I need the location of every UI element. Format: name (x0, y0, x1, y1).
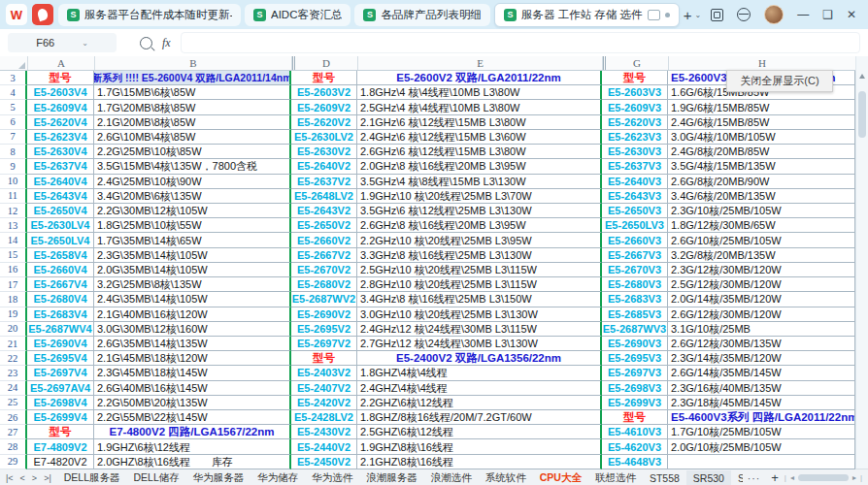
cell-G10[interactable]: E5-2640V3 (602, 175, 668, 189)
cell-D7[interactable]: E5-2630LV2 (291, 130, 357, 145)
maximize-button[interactable]: ❑ (822, 9, 833, 20)
cell-H24[interactable]: 2.3G/16核/40MB/135W (668, 381, 855, 396)
column-header-D[interactable]: D (292, 56, 358, 70)
sheet-tab-5[interactable]: 浪潮服务器 (359, 470, 424, 485)
cell-B18[interactable]: 2.4G\35MB\14核\105W (94, 292, 291, 307)
cell-H13[interactable]: 1.8G/12核/30MB/65W (668, 218, 855, 233)
cell-H15[interactable]: 3.2G/8核/20MB/135W (668, 248, 855, 263)
cell-B20[interactable]: 3.0G\30MB\12核\160W (94, 322, 291, 337)
cell-A20[interactable]: E5-2687WV4 (27, 322, 94, 337)
prev-sheet-button[interactable]: < (20, 473, 25, 483)
row-number[interactable]: 6 (0, 115, 27, 130)
cell-E28[interactable]: 1.9GHZ\8核\16线程 (357, 439, 602, 454)
cell-B16[interactable]: 2.0G\35MB\14核\105W (94, 263, 291, 277)
cell-A4[interactable]: E5-2603V4 (27, 85, 94, 100)
sheet-tab-2[interactable]: 华为服务器 (186, 470, 251, 485)
cell-E15[interactable]: 3.3GHz\8 核\16线程\25MB L3\130W (357, 248, 602, 263)
cell-E29[interactable]: 2.1GHZ\8核\16线程 (357, 455, 602, 469)
cell-G26[interactable]: 型号 (602, 410, 668, 425)
cell-D11[interactable]: E5-2648LV2 (291, 189, 357, 204)
vertical-scrollbar-thumb[interactable] (858, 91, 866, 138)
cell-G8[interactable]: E5-2630V3 (602, 145, 668, 159)
last-sheet-button[interactable]: >| (44, 473, 51, 483)
new-document-button[interactable]: + ⌄ (684, 8, 701, 22)
cell-A7[interactable]: E5-2623V4 (27, 130, 94, 145)
sheet-tab-10[interactable]: ST558 (643, 470, 686, 485)
cell-A15[interactable]: E5-2658V4 (27, 248, 94, 263)
cell-B17[interactable]: 3.2G\25MB\8核\135W (94, 277, 291, 292)
document-tab-2[interactable]: S各品牌产品列表明细 (354, 4, 490, 26)
name-box[interactable]: F66 ⌄ (8, 33, 117, 52)
cell-G29[interactable]: E5-4648V3 (602, 455, 668, 469)
cell-G6[interactable]: E5-2620V3 (602, 115, 668, 130)
row-number[interactable]: 8 (0, 145, 27, 159)
scroll-up-icon[interactable] (859, 74, 865, 79)
cell-G15[interactable]: E5-2667V3 (602, 248, 668, 263)
cell-G27[interactable]: E5-4610V3 (602, 425, 668, 439)
cell-B11[interactable]: 3.4G\20MB\6核\135W (94, 189, 291, 204)
row-number[interactable]: 3 (0, 71, 27, 85)
cell-D16[interactable]: E5-2670V2 (291, 263, 357, 277)
scroll-right-icon[interactable]: ▸ (852, 473, 856, 482)
column-header-E[interactable]: E (358, 56, 603, 70)
cell-D8[interactable]: E5-2630V2 (291, 145, 357, 159)
cell-G19[interactable]: E5-2685V3 (602, 307, 668, 322)
cell-B5[interactable]: 1.7G\20MB\8核\85W (94, 100, 291, 114)
cell-G14[interactable]: E5-2660V3 (602, 233, 668, 247)
cell-B10[interactable]: 2.4G\25MB\10核\90W (94, 175, 291, 189)
cell-H23[interactable]: 2.6G/14核/35MB/145W (668, 366, 855, 380)
cell-E26[interactable]: 1.8GHZ/8核16线程/20M/7.2GT/60W (357, 410, 602, 425)
cell-E22[interactable]: E5-2400V2 双路/LGA1356/22nm (357, 351, 602, 366)
cell-D26[interactable]: E5-2428LV2 (291, 410, 357, 425)
cell-D4[interactable]: E5-2603V2 (291, 85, 357, 100)
cell-D20[interactable]: E5-2695V2 (291, 322, 357, 337)
cell-A21[interactable]: E5-2690V4 (27, 337, 94, 351)
cell-G3[interactable]: 型号 (602, 71, 668, 85)
cell-B19[interactable]: 2.1G\40MB\16核\120W (94, 307, 291, 322)
cell-E24[interactable]: 2.4GHZ\4核\4线程 (357, 381, 602, 396)
cell-G24[interactable]: E5-2698V3 (602, 381, 668, 396)
cell-E20[interactable]: 2.4GHz\12 核\24线程\30MB L3\115W (357, 322, 602, 337)
row-number[interactable]: 22 (0, 351, 27, 366)
more-sheets-button[interactable]: ··· (743, 472, 766, 484)
sheet-tab-1[interactable]: DELL储存 (126, 470, 185, 485)
sheet-tab-4[interactable]: 华为选件 (305, 470, 359, 485)
cell-A9[interactable]: E5-2637V4 (27, 159, 94, 174)
sheet-tab-3[interactable]: 华为储存 (250, 470, 305, 485)
cell-E14[interactable]: 2.2GHz\10 核\20线程\25MB L3\95W (357, 233, 602, 247)
search-icon[interactable] (140, 37, 152, 49)
fx-icon[interactable]: fx (162, 36, 171, 50)
row-number[interactable]: 20 (0, 322, 27, 337)
cell-E13[interactable]: 2.6GHz\8 核\16线程\20MB L3\95W (357, 218, 602, 233)
cell-G13[interactable]: E5-2650LV3 (602, 218, 668, 233)
cell-H12[interactable]: 2.3G/10核/25MB/105W (668, 204, 855, 218)
cell-A10[interactable]: E5-2640V4 (27, 175, 94, 189)
cell-A3[interactable]: 型号 (27, 71, 94, 85)
sheet-tab-8[interactable]: CPU大全 (533, 470, 588, 485)
row-number[interactable]: 10 (0, 175, 27, 189)
cell-G25[interactable]: E5-2699V3 (602, 396, 668, 410)
cell-H22[interactable]: 2.3G/14核/35MB/120W (668, 351, 855, 366)
cell-H16[interactable]: 2.3G/12核/30MB/120W (668, 263, 855, 277)
cell-G16[interactable]: E5-2670V3 (602, 263, 668, 277)
cell-G7[interactable]: E5-2623V3 (602, 130, 668, 145)
cell-B29[interactable]: 2.0GHZ\8核\16线程 库存 (94, 455, 291, 469)
row-number[interactable]: 25 (0, 396, 27, 410)
cell-D6[interactable]: E5-2620V2 (291, 115, 357, 130)
row-number[interactable]: 5 (0, 100, 27, 114)
cell-E16[interactable]: 2.5GHz\10 核\20线程\25MB L3\115W (357, 263, 602, 277)
formula-input[interactable] (181, 32, 860, 53)
cell-H18[interactable]: 2.0G/14核/35MB/120W (668, 292, 855, 307)
cell-H10[interactable]: 2.6G/8核/20MB/90W (668, 175, 855, 189)
cell-E21[interactable]: 2.7GHz\12 核\24线程\30MB L3\130W (357, 337, 602, 351)
cell-H14[interactable]: 2.6G/10核/25MB/105W (668, 233, 855, 247)
cell-G18[interactable]: E5-2683V3 (602, 292, 668, 307)
sheet-tab-11[interactable]: SR530 (686, 470, 731, 485)
cell-H7[interactable]: 3.0G/4核/10MB/105W (668, 130, 855, 145)
cell-A8[interactable]: E5-2630V4 (27, 145, 94, 159)
window-panes-icon[interactable] (711, 9, 723, 21)
cell-H5[interactable]: 1.9G/6核/15MB/85W (668, 100, 855, 114)
cell-G11[interactable]: E5-2643V3 (602, 189, 668, 204)
cell-D13[interactable]: E5-2650V2 (291, 218, 357, 233)
row-number[interactable]: 14 (0, 233, 27, 247)
